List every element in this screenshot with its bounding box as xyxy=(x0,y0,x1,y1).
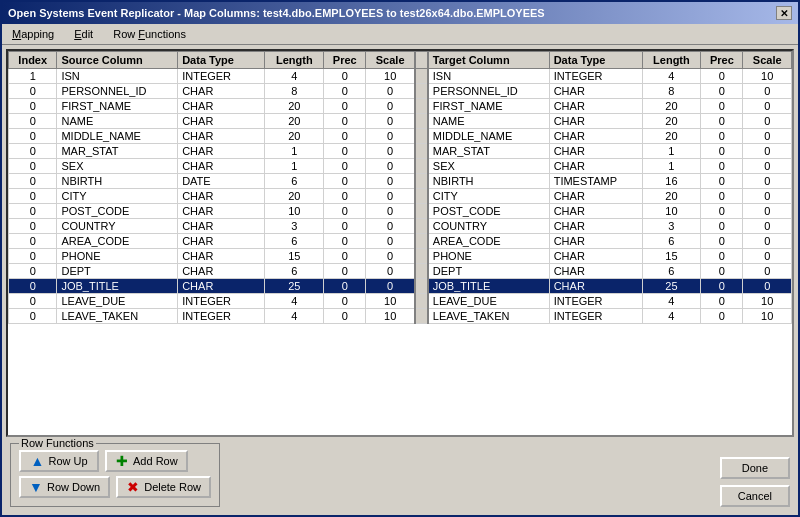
table-row[interactable]: 0POST_CODECHAR1000POST_CODECHAR1000 xyxy=(9,204,792,219)
table-cell: PERSONNEL_ID xyxy=(428,84,549,99)
table-cell: CHAR xyxy=(178,279,265,294)
table-row[interactable]: 0JOB_TITLECHAR2500JOB_TITLECHAR2500 xyxy=(9,279,792,294)
row-up-icon: ▲ xyxy=(30,454,44,468)
table-cell: AREA_CODE xyxy=(428,234,549,249)
table-cell: 0 xyxy=(366,174,415,189)
table-row[interactable]: 0PHONECHAR1500PHONECHAR1500 xyxy=(9,249,792,264)
table-cell: INTEGER xyxy=(549,294,642,309)
table-cell: CITY xyxy=(57,189,178,204)
table-cell: NBIRTH xyxy=(428,174,549,189)
table-cell: 0 xyxy=(324,204,366,219)
header-target-column: Target Column xyxy=(428,52,549,69)
table-cell: CHAR xyxy=(178,189,265,204)
delete-row-button[interactable]: ✖ Delete Row xyxy=(116,476,211,498)
header-index: Index xyxy=(9,52,57,69)
table-cell: 0 xyxy=(743,189,792,204)
table-cell: 10 xyxy=(642,204,701,219)
table-cell: 0 xyxy=(366,234,415,249)
menu-row-functions[interactable]: Row Functions xyxy=(107,26,192,42)
table-cell: 0 xyxy=(324,129,366,144)
table-row[interactable]: 0LEAVE_TAKENINTEGER4010LEAVE_TAKENINTEGE… xyxy=(9,309,792,324)
table-cell: INTEGER xyxy=(178,294,265,309)
table-cell: 20 xyxy=(265,189,324,204)
delete-row-icon: ✖ xyxy=(126,480,140,494)
table-row[interactable]: 0FIRST_NAMECHAR2000FIRST_NAMECHAR2000 xyxy=(9,99,792,114)
table-cell: PERSONNEL_ID xyxy=(57,84,178,99)
table-cell: 0 xyxy=(743,204,792,219)
table-cell xyxy=(415,144,428,159)
table-row[interactable]: 0AREA_CODECHAR600AREA_CODECHAR600 xyxy=(9,234,792,249)
add-row-label: Add Row xyxy=(133,455,178,467)
columns-table-container[interactable]: Index Source Column Data Type Length Pre… xyxy=(6,49,794,437)
table-cell: 0 xyxy=(324,84,366,99)
table-cell: 0 xyxy=(324,144,366,159)
table-row[interactable]: 0NAMECHAR2000NAMECHAR2000 xyxy=(9,114,792,129)
table-cell xyxy=(415,69,428,84)
table-cell: CHAR xyxy=(178,129,265,144)
table-cell: 0 xyxy=(366,279,415,294)
table-cell: LEAVE_DUE xyxy=(428,294,549,309)
table-cell: PHONE xyxy=(428,249,549,264)
table-row[interactable]: 0DEPTCHAR600DEPTCHAR600 xyxy=(9,264,792,279)
table-cell: 3 xyxy=(265,219,324,234)
close-button[interactable]: ✕ xyxy=(776,6,792,20)
table-cell: 0 xyxy=(366,144,415,159)
table-cell: FIRST_NAME xyxy=(428,99,549,114)
cancel-button[interactable]: Cancel xyxy=(720,485,790,507)
table-cell: PHONE xyxy=(57,249,178,264)
table-row[interactable]: 0LEAVE_DUEINTEGER4010LEAVE_DUEINTEGER401… xyxy=(9,294,792,309)
table-cell: 4 xyxy=(642,69,701,84)
table-cell: LEAVE_TAKEN xyxy=(428,309,549,324)
table-row[interactable]: 1ISNINTEGER4010ISNINTEGER4010 xyxy=(9,69,792,84)
table-cell: 0 xyxy=(366,84,415,99)
table-cell: NBIRTH xyxy=(57,174,178,189)
table-cell: NAME xyxy=(57,114,178,129)
table-cell: 20 xyxy=(265,114,324,129)
table-cell: 1 xyxy=(9,69,57,84)
table-row[interactable]: 0CITYCHAR2000CITYCHAR2000 xyxy=(9,189,792,204)
header-tgt-prec: Prec xyxy=(701,52,743,69)
table-cell: 0 xyxy=(366,249,415,264)
row-down-icon: ▼ xyxy=(29,480,43,494)
add-row-icon: ✚ xyxy=(115,454,129,468)
table-cell: CHAR xyxy=(178,159,265,174)
table-cell: 1 xyxy=(265,144,324,159)
table-row[interactable]: 0NBIRTHDATE600NBIRTHTIMESTAMP1600 xyxy=(9,174,792,189)
table-cell: 3 xyxy=(642,219,701,234)
table-cell: 1 xyxy=(642,159,701,174)
table-row[interactable]: 0MIDDLE_NAMECHAR2000MIDDLE_NAMECHAR2000 xyxy=(9,129,792,144)
table-row[interactable]: 0SEXCHAR100SEXCHAR100 xyxy=(9,159,792,174)
table-cell: 0 xyxy=(701,264,743,279)
columns-table: Index Source Column Data Type Length Pre… xyxy=(8,51,792,324)
table-row[interactable]: 0MAR_STATCHAR100MAR_STATCHAR100 xyxy=(9,144,792,159)
table-cell xyxy=(415,114,428,129)
window-title: Open Systems Event Replicator - Map Colu… xyxy=(8,7,545,19)
table-row[interactable]: 0COUNTRYCHAR300COUNTRYCHAR300 xyxy=(9,219,792,234)
done-button[interactable]: Done xyxy=(720,457,790,479)
table-cell: 0 xyxy=(324,309,366,324)
table-cell: 0 xyxy=(366,99,415,114)
table-cell xyxy=(415,249,428,264)
table-cell: INTEGER xyxy=(549,309,642,324)
table-cell: 6 xyxy=(642,234,701,249)
table-cell: INTEGER xyxy=(178,69,265,84)
menu-edit[interactable]: Edit xyxy=(68,26,99,42)
table-cell: 4 xyxy=(642,309,701,324)
table-cell: CHAR xyxy=(549,99,642,114)
table-cell: 0 xyxy=(701,219,743,234)
footer: Row Functions ▲ Row Up ✚ Add Row ▼ Row D… xyxy=(6,437,794,511)
action-buttons: Done Cancel xyxy=(720,457,790,507)
table-cell: CHAR xyxy=(549,84,642,99)
row-down-button[interactable]: ▼ Row Down xyxy=(19,476,110,498)
menu-mapping[interactable]: Mapping xyxy=(6,26,60,42)
table-row[interactable]: 0PERSONNEL_IDCHAR800PERSONNEL_IDCHAR800 xyxy=(9,84,792,99)
header-src-scale: Scale xyxy=(366,52,415,69)
table-cell: 10 xyxy=(743,309,792,324)
table-cell: 0 xyxy=(366,219,415,234)
table-cell: 0 xyxy=(743,174,792,189)
row-up-button[interactable]: ▲ Row Up xyxy=(19,450,99,472)
main-window: Open Systems Event Replicator - Map Colu… xyxy=(0,0,800,517)
table-cell: 0 xyxy=(701,99,743,114)
add-row-button[interactable]: ✚ Add Row xyxy=(105,450,188,472)
table-cell: DATE xyxy=(178,174,265,189)
